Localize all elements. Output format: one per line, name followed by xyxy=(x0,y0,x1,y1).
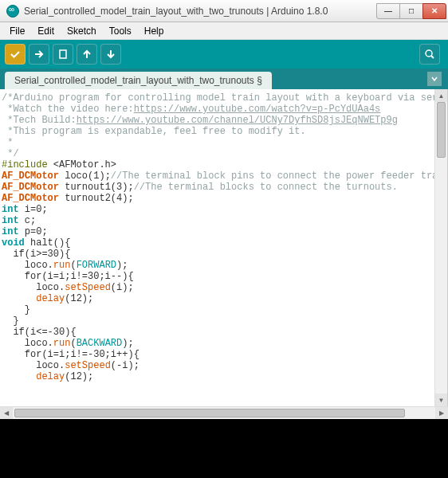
arrow-up-icon xyxy=(81,49,92,60)
code-token: int xyxy=(2,215,19,226)
code-token: halt(){ xyxy=(25,237,71,249)
menu-file[interactable]: File xyxy=(3,24,31,38)
minimize-button[interactable]: — xyxy=(376,3,400,19)
code-token: (i); xyxy=(111,282,134,293)
horizontal-scroll-thumb[interactable] xyxy=(14,409,405,417)
open-sketch-button[interactable] xyxy=(77,44,97,65)
serial-monitor-button[interactable] xyxy=(419,44,440,65)
code-token: delay xyxy=(36,371,65,382)
code-line: /*Arduino program for controlling model … xyxy=(2,92,434,104)
arrow-right-icon xyxy=(33,49,45,60)
window-titlebar: Serial_controlled_model_train_layout_wit… xyxy=(0,0,448,22)
code-line: *Watch the video here: xyxy=(2,104,134,115)
sketch-tab[interactable]: Serial_controlled_model_train_layout_wit… xyxy=(5,72,272,89)
code-token: ); xyxy=(122,338,133,349)
code-line: *Tech Build: xyxy=(2,115,77,126)
menu-sketch[interactable]: Sketch xyxy=(61,24,103,38)
code-token: turnout2(4); xyxy=(59,193,134,204)
code-token: (12); xyxy=(65,293,93,304)
code-token: int xyxy=(2,226,19,237)
scroll-down-arrow-icon[interactable]: ▼ xyxy=(435,394,447,406)
horizontal-scrollbar[interactable]: ◀ ▶ xyxy=(0,406,448,419)
code-line: * xyxy=(2,137,13,148)
save-sketch-button[interactable] xyxy=(100,44,121,65)
editor-area: /*Arduino program for controlling model … xyxy=(0,89,448,406)
vertical-scrollbar[interactable]: ▲ ▼ xyxy=(434,89,447,406)
code-token: p=0; xyxy=(19,226,48,237)
code-token: loco. xyxy=(2,282,65,293)
tab-bar: Serial_controlled_model_train_layout_wit… xyxy=(0,69,448,89)
menu-bar: File Edit Sketch Tools Help xyxy=(0,22,448,40)
code-token: (-i); xyxy=(111,360,140,371)
code-line: if(i<=-30){ xyxy=(2,327,77,338)
code-line: } xyxy=(2,315,19,327)
tab-menu-dropdown[interactable] xyxy=(427,72,442,86)
code-token: #include xyxy=(2,159,48,170)
code-token: AF_DCMotor xyxy=(2,170,59,182)
code-token: run xyxy=(53,338,71,349)
code-token: delay xyxy=(36,293,65,304)
code-token: void xyxy=(2,237,25,249)
code-line: */ xyxy=(2,148,19,159)
menu-edit[interactable]: Edit xyxy=(31,24,61,38)
chevron-down-icon xyxy=(430,75,438,83)
code-token: i=0; xyxy=(19,204,48,215)
menu-tools[interactable]: Tools xyxy=(103,24,138,38)
code-token: c; xyxy=(19,215,37,226)
magnifier-icon xyxy=(424,49,435,60)
code-token: ); xyxy=(116,260,128,271)
code-token: loco(1); xyxy=(59,170,111,182)
code-token: ( xyxy=(70,260,76,271)
window-title: Serial_controlled_model_train_layout_wit… xyxy=(24,6,377,17)
scroll-right-arrow-icon[interactable]: ▶ xyxy=(435,407,448,419)
code-token: run xyxy=(53,260,71,271)
code-token: (12); xyxy=(65,371,93,382)
toolbar xyxy=(0,40,448,69)
code-token: FORWARD xyxy=(77,260,116,271)
menu-help[interactable]: Help xyxy=(138,24,171,38)
code-token: BACKWARD xyxy=(77,338,123,349)
output-console[interactable] xyxy=(0,419,448,478)
code-token: <AFMotor.h> xyxy=(48,159,116,170)
code-editor[interactable]: /*Arduino program for controlling model … xyxy=(0,89,434,406)
arduino-app-icon xyxy=(6,5,19,18)
code-token: loco. xyxy=(2,338,53,349)
code-token: //The terminal block pins to connect the… xyxy=(111,170,434,182)
code-line: for(i=i;i!=30;i--){ xyxy=(2,271,134,282)
close-button[interactable]: ✕ xyxy=(422,3,446,19)
verify-button[interactable] xyxy=(5,44,26,65)
file-icon xyxy=(57,49,69,60)
code-token: setSpeed xyxy=(65,282,111,293)
code-line: for(i=i;i!=-30;i++){ xyxy=(2,349,140,360)
arrow-down-icon xyxy=(105,49,116,60)
svg-point-1 xyxy=(426,50,432,57)
code-token: loco. xyxy=(2,260,53,271)
code-token: AF_DCMotor xyxy=(2,182,59,193)
vertical-scroll-thumb[interactable] xyxy=(437,102,446,158)
code-token: setSpeed xyxy=(65,360,111,371)
code-link[interactable]: https://www.youtube.com/channel/UCNy7Dyf… xyxy=(77,115,398,126)
svg-rect-0 xyxy=(60,50,66,58)
upload-button[interactable] xyxy=(29,44,49,65)
horizontal-scroll-track[interactable] xyxy=(13,407,435,419)
code-line: } xyxy=(2,304,30,315)
code-token: //The terminal blocks to connect the tur… xyxy=(134,182,398,193)
code-token: turnout1(3); xyxy=(59,182,134,193)
code-token xyxy=(2,371,36,382)
code-token: loco. xyxy=(2,360,65,371)
new-sketch-button[interactable] xyxy=(53,44,73,65)
check-icon xyxy=(10,49,21,60)
maximize-button[interactable]: □ xyxy=(399,3,423,19)
scroll-left-arrow-icon[interactable]: ◀ xyxy=(0,407,13,419)
code-line: *This program is expandable, feel free t… xyxy=(2,126,306,137)
code-token: int xyxy=(2,204,19,215)
code-token: ( xyxy=(70,338,76,349)
code-link[interactable]: https://www.youtube.com/watch?v=p-PcYdUA… xyxy=(134,104,381,115)
scroll-up-arrow-icon[interactable]: ▲ xyxy=(435,89,447,102)
code-token: AF_DCMotor xyxy=(2,193,59,204)
code-token xyxy=(2,293,36,304)
code-line: if(i>=30){ xyxy=(2,249,70,260)
